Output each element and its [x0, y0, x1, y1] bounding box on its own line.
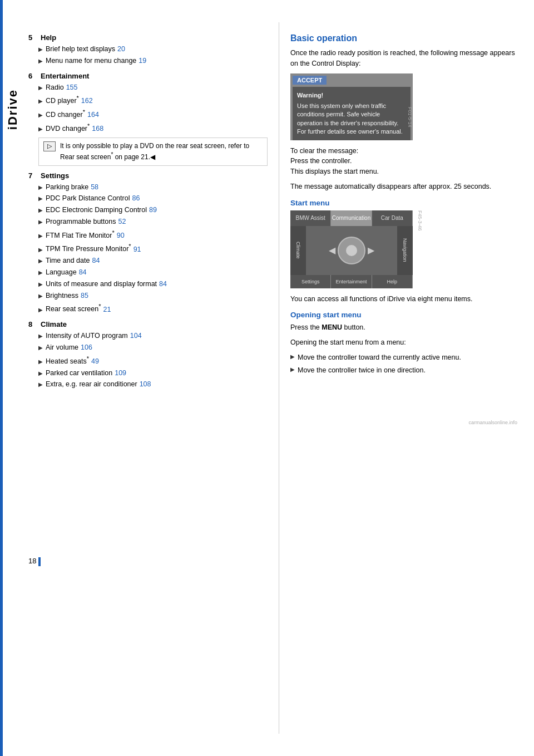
arrow-icon: ▶	[38, 369, 43, 377]
menu-side-navigation: Navigation	[397, 226, 413, 275]
item-text: Time and date84	[46, 256, 100, 266]
sidebar-label: iDrive	[6, 89, 20, 130]
list-item: ▶ Rear seat screen*21	[38, 302, 268, 315]
page-ref: 85	[81, 292, 88, 300]
arrow-icon: ▶	[38, 84, 43, 92]
start-menu-box: BMW Assist Communication Car Data Climat…	[290, 210, 413, 288]
item-text: Air volume106	[46, 342, 92, 353]
arrow-icon: ▶	[38, 45, 43, 53]
accept-button-label: ACCEPT	[293, 76, 327, 85]
warning-title: Warning!	[297, 91, 406, 100]
list-item: ▶ Time and date84	[38, 256, 268, 266]
arrow-icon: ▶	[38, 292, 43, 300]
section-5: 5 Help ▶ Brief help text displays20 ▶ Me…	[28, 33, 268, 66]
list-item: ▶ Units of measure and display format84	[38, 279, 268, 289]
image-reference: F01-5-14	[407, 107, 413, 127]
list-item: ▶ CD player*162	[38, 94, 268, 106]
bullet-text-1: Move the controller toward the currently…	[298, 352, 461, 363]
item-text: Intensity of AUTO program104	[46, 331, 142, 341]
list-item: ▶ CD changer*164	[38, 107, 268, 120]
list-item: ▶ PDC Park Distance Control86	[38, 193, 268, 204]
list-item: ▶ Move the controller twice in one direc…	[290, 365, 517, 376]
arrow-icon: ▶	[38, 218, 43, 226]
page-ref: 21	[103, 306, 111, 313]
section-5-items: ▶ Brief help text displays20 ▶ Menu name…	[38, 44, 268, 66]
section-8-items: ▶ Intensity of AUTO program104 ▶ Air vol…	[38, 331, 268, 390]
list-item: ▶ Language84	[38, 267, 268, 278]
arrow-icon: ▶	[38, 357, 43, 366]
list-item: ▶ Brief help text displays20	[38, 44, 268, 55]
page-ref: 164	[87, 111, 99, 119]
menu-top-bar: BMW Assist Communication Car Data	[290, 210, 413, 226]
menu-center: ◀ ▶	[306, 226, 397, 275]
section-7-title: Settings	[41, 171, 69, 180]
section-8: 8 Climate ▶ Intensity of AUTO program104…	[28, 320, 268, 390]
bullet-text-2: Move the controller twice in one directi…	[298, 365, 426, 376]
page-ref: 52	[118, 218, 126, 225]
list-item: ▶ Parking brake58	[38, 182, 268, 193]
arrow-icon: ▶	[38, 257, 43, 265]
item-text: Units of measure and display format84	[46, 279, 167, 289]
arrow-icon: ▶	[38, 111, 43, 119]
item-text: TPM Tire Pressure Monitor*91	[46, 242, 141, 254]
item-text: Rear seat screen*21	[46, 302, 111, 315]
list-item: ▶ TPM Tire Pressure Monitor*91	[38, 242, 268, 254]
section-5-title: Help	[41, 33, 56, 42]
section-8-title: Climate	[41, 320, 67, 328]
opening-sub-text: Opening the start menu from a menu:	[290, 337, 517, 348]
page-ref: 20	[117, 45, 125, 53]
section-5-num: 5	[28, 33, 38, 42]
item-text: Language84	[46, 267, 87, 278]
section-6-title: Entertainment	[41, 72, 89, 80]
tab-car-data: Car Data	[372, 210, 413, 226]
page-ref: 84	[159, 280, 167, 288]
item-text: Programmable buttons52	[46, 217, 126, 227]
item-text: Extra, e.g. rear air conditioner108	[46, 379, 151, 390]
arrow-right-icon: ▶	[368, 245, 374, 256]
item-text: Heated seats*49	[46, 354, 99, 367]
arrow-icon: ▶	[38, 125, 43, 133]
arrow-icon: ▶	[38, 246, 43, 254]
opening-start-menu-heading: Opening start menu	[290, 311, 517, 319]
menu-side-climate: Climate	[290, 226, 306, 275]
page-ref: 49	[91, 357, 99, 365]
section-6-items: ▶ Radio155 ▶ CD player*162 ▶ CD changer*…	[38, 82, 268, 134]
page-ref: 109	[115, 369, 126, 377]
warning-text: Use this system only when traffic condit…	[297, 102, 406, 136]
section-8-num: 8	[28, 320, 38, 328]
tab-communication: Communication	[331, 210, 372, 226]
list-item: ▶ Air volume106	[38, 342, 268, 353]
arrow-icon: ▶	[38, 232, 43, 240]
left-column: 5 Help ▶ Brief help text displays20 ▶ Me…	[23, 22, 279, 734]
list-item: ▶ Extra, e.g. rear air conditioner108	[38, 379, 268, 390]
tab-help: Help	[372, 275, 413, 288]
item-text: CD player*162	[46, 94, 93, 106]
item-text: Radio155	[46, 82, 78, 93]
warning-content: Warning! Use this system only when traff…	[293, 87, 411, 141]
start-menu-image: BMW Assist Communication Car Data Climat…	[290, 210, 418, 288]
sidebar: iDrive	[3, 0, 23, 756]
page-ref: 84	[79, 268, 87, 276]
arrow-icon: ▶	[38, 380, 43, 389]
page-number: 18	[28, 557, 36, 565]
arrow-icon: ▶	[38, 57, 43, 65]
tab-entertainment: Entertainment	[331, 275, 372, 288]
main-content: 5 Help ▶ Brief help text displays20 ▶ Me…	[23, 0, 534, 756]
list-item: ▶ Parked car ventilation109	[38, 368, 268, 379]
item-text: CD changer*164	[46, 107, 99, 120]
item-text: EDC Electronic Damping Control89	[46, 205, 157, 215]
page-ref: 90	[117, 232, 125, 239]
note-text: It is only possible to play a DVD on the…	[60, 141, 263, 162]
tab-settings: Settings	[290, 275, 331, 288]
item-text: Brief help text displays20	[46, 44, 125, 55]
menu-keyword: MENU	[322, 323, 342, 331]
start-menu-heading: Start menu	[290, 199, 517, 207]
page-ref: 108	[140, 380, 151, 388]
list-item: ▶ Programmable buttons52	[38, 217, 268, 227]
image-ref-2: F45-3-46	[417, 210, 423, 231]
watermark: carmanualsonline.info	[290, 420, 517, 425]
section-7-num: 7	[28, 171, 38, 180]
item-text: DVD changer*168	[46, 121, 103, 134]
list-item: ▶ DVD changer*168	[38, 121, 268, 134]
arrow-icon: ▶	[38, 268, 43, 277]
